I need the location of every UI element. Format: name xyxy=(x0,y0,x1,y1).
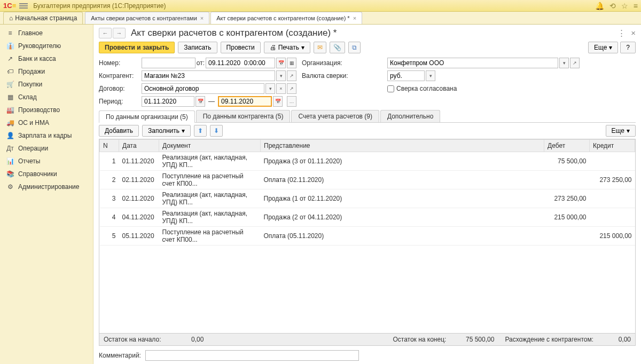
period-label: Период: xyxy=(99,98,136,105)
add-row-button[interactable]: Добавить xyxy=(99,125,139,137)
home-icon: ⌂ xyxy=(9,14,13,22)
col-date[interactable]: Дата xyxy=(119,140,159,152)
subtab-3[interactable]: Дополнительно xyxy=(380,110,440,122)
write-button[interactable]: Записать xyxy=(178,42,217,53)
date-input[interactable] xyxy=(206,58,275,68)
org-input[interactable] xyxy=(387,58,558,68)
mail-button[interactable]: ✉ xyxy=(314,42,326,53)
calendar-icon[interactable]: 📅 xyxy=(276,58,286,68)
sidebar-item-10[interactable]: 📊Отчеты xyxy=(0,155,93,168)
dropdown-icon[interactable]: ▾ xyxy=(276,70,286,81)
move-down-button[interactable]: ⬇ xyxy=(210,125,223,137)
nav-icon: 👤 xyxy=(6,132,14,139)
menu-right-icon[interactable]: ≡ xyxy=(634,2,638,10)
app-title: Бухгалтерия предприятия (1С:Предприятие) xyxy=(33,2,166,10)
close-page-icon[interactable]: × xyxy=(631,28,636,38)
nav-icon: 📊 xyxy=(6,157,14,165)
dropdown-icon[interactable]: ▾ xyxy=(559,58,569,68)
sidebar-item-8[interactable]: 👤Зарплата и кадры xyxy=(0,129,93,142)
end-balance-label: Остаток на конец: xyxy=(393,336,446,343)
subtab-1[interactable]: По данным контрагента (5) xyxy=(196,110,291,122)
agreed-checkbox[interactable] xyxy=(387,85,394,92)
currency-input[interactable] xyxy=(387,70,425,81)
col-n[interactable]: N xyxy=(100,140,119,152)
sidebar-item-6[interactable]: 🏭Производство xyxy=(0,104,93,116)
fill-button[interactable]: Заполнить ▾ xyxy=(142,125,191,137)
sidebar-item-3[interactable]: 🏷Продажи xyxy=(0,65,93,78)
chevron-down-icon: ▾ xyxy=(609,44,612,51)
number-input[interactable] xyxy=(142,58,196,68)
nav-label: Администрирование xyxy=(18,183,79,191)
nav-icon: Дт xyxy=(6,145,14,152)
help-button[interactable]: ? xyxy=(620,42,636,53)
nav-label: Руководителю xyxy=(18,42,61,50)
sidebar-item-9[interactable]: ДтОперации xyxy=(0,142,93,155)
clear-icon[interactable]: × xyxy=(276,83,286,94)
table-row[interactable]: 505.11.2020Поступление на расчетный счет… xyxy=(100,227,635,246)
dropdown-icon[interactable]: ▾ xyxy=(426,70,435,81)
table-more-button[interactable]: Еще ▾ xyxy=(606,125,636,137)
open-icon[interactable]: ↗ xyxy=(287,83,296,94)
contragent-label: Контрагент: xyxy=(99,72,136,80)
table-row[interactable]: 302.11.2020Реализация (акт, накладная, У… xyxy=(100,189,635,208)
period-from-input[interactable] xyxy=(142,96,194,107)
contract-label: Договор: xyxy=(99,85,136,92)
chevron-down-icon: ▾ xyxy=(301,44,304,51)
comment-input[interactable] xyxy=(145,350,359,361)
nav-label: Справочники xyxy=(18,170,57,178)
star-icon[interactable]: ☆ xyxy=(621,2,628,10)
sidebar-item-5[interactable]: ▦Склад xyxy=(0,91,93,104)
nav-back-button[interactable]: ← xyxy=(99,28,112,38)
contragent-input[interactable] xyxy=(142,70,275,81)
sidebar-item-0[interactable]: ≡Главное xyxy=(0,27,93,39)
period-to-input[interactable] xyxy=(218,96,272,107)
tab-acts-list[interactable]: Акты сверки расчетов с контрагентами × xyxy=(85,12,209,24)
home-tab[interactable]: ⌂ Начальная страница xyxy=(3,12,83,24)
sidebar-item-2[interactable]: ↗Банк и касса xyxy=(0,52,93,65)
nav-icon: 📚 xyxy=(6,170,14,178)
kebab-icon[interactable]: ⋮ xyxy=(617,28,626,38)
paperclip-icon: 📎 xyxy=(333,44,341,51)
subtab-0[interactable]: По данным организации (5) xyxy=(99,110,195,123)
contract-input[interactable] xyxy=(142,83,264,94)
nav-label: Производство xyxy=(18,106,60,114)
open-icon[interactable]: ↗ xyxy=(287,70,296,81)
open-icon[interactable]: ↗ xyxy=(570,58,580,68)
calendar-icon[interactable]: 📅 xyxy=(273,96,283,107)
col-doc[interactable]: Документ xyxy=(159,140,261,152)
start-balance-label: Остаток на начало: xyxy=(104,336,161,343)
sidebar-item-12[interactable]: ⚙Администрирование xyxy=(0,180,93,193)
arrow-down-icon: ⬇ xyxy=(214,127,219,134)
more-button[interactable]: Еще ▾ xyxy=(588,42,618,53)
col-debit[interactable]: Дебет xyxy=(544,140,590,152)
sidebar-item-1[interactable]: 👔Руководителю xyxy=(0,39,93,52)
bell-icon[interactable]: 🔔 xyxy=(595,2,604,10)
attach-button[interactable]: 📎 xyxy=(330,42,345,53)
table-row[interactable]: 101.11.2020Реализация (акт, накладная, У… xyxy=(100,152,635,171)
main-menu-icon[interactable] xyxy=(19,2,28,10)
history-icon[interactable]: ⟲ xyxy=(609,2,616,10)
sidebar-item-11[interactable]: 📚Справочники xyxy=(0,168,93,180)
related-button[interactable]: ⧉ xyxy=(348,42,361,53)
move-up-button[interactable]: ⬆ xyxy=(194,125,207,137)
tab-act-create[interactable]: Акт сверки расчетов с контрагентом (созд… xyxy=(210,12,362,24)
nav-forward-button[interactable]: → xyxy=(113,28,126,38)
close-icon[interactable]: × xyxy=(353,15,356,21)
nav-icon: 👔 xyxy=(6,42,14,50)
post-button[interactable]: Провести xyxy=(221,42,261,53)
calendar-icon[interactable]: 📅 xyxy=(196,96,205,107)
col-credit[interactable]: Кредит xyxy=(590,140,635,152)
table-row[interactable]: 404.11.2020Реализация (акт, накладная, У… xyxy=(100,208,635,227)
sidebar-item-7[interactable]: 🚚ОС и НМА xyxy=(0,116,93,129)
table-row[interactable]: 202.11.2020Поступление на расчетный счет… xyxy=(100,171,635,189)
start-balance-value: 0,00 xyxy=(171,336,204,343)
sidebar-item-4[interactable]: 🛒Покупки xyxy=(0,78,93,91)
print-button[interactable]: 🖨Печать▾ xyxy=(264,42,310,53)
dropdown-icon[interactable]: ▾ xyxy=(265,83,275,94)
period-picker-button[interactable]: … xyxy=(287,96,296,107)
col-repr[interactable]: Представление xyxy=(261,140,544,152)
close-icon[interactable]: × xyxy=(200,15,204,21)
calendar-ext-icon[interactable]: ▦ xyxy=(287,58,296,68)
subtab-2[interactable]: Счета учета расчетов (9) xyxy=(291,110,379,122)
post-and-close-button[interactable]: Провести и закрыть xyxy=(99,42,175,53)
